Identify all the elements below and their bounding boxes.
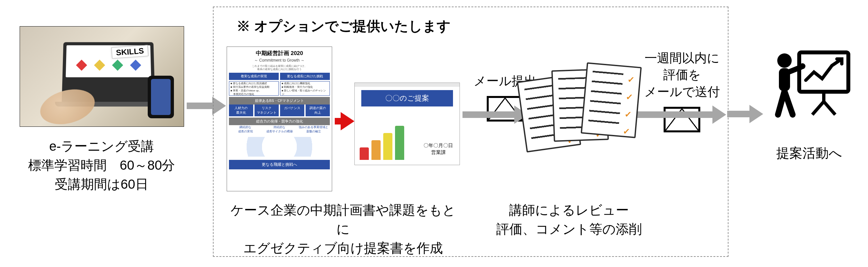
plan-bar-left: 着実な成長の実現: [229, 73, 279, 80]
plan-cycle-1: 継続的な 成長の実現: [229, 125, 262, 134]
option-caption-1-l2: エグゼクティブ向け提案書を作成: [227, 238, 459, 258]
mail-feedback-l3: メールで送付: [644, 85, 720, 99]
mail-feedback-label: 一週間以内に 評価を メールで送付: [639, 50, 724, 100]
mail-feedback-l2: 評価を: [663, 68, 701, 82]
proposal-date: 〇年〇月〇日 営業課: [424, 142, 453, 156]
plan-pill-2: リスク マネジメント: [254, 105, 279, 116]
svg-line-3: [824, 101, 835, 115]
plan-pill-3: ガバナンス: [280, 105, 304, 116]
phone-illustration: [148, 76, 174, 118]
plan-pill-1: 人材力の 最大化: [229, 105, 253, 116]
mail-feedback-l1: 一週間以内に: [645, 51, 720, 65]
option-title: ※ オプションでご提供いたします: [237, 17, 451, 35]
plan-bar-right: 更なる成長に向けた挑戦: [280, 73, 330, 80]
review-paper: ✓✓✓✓: [581, 62, 642, 138]
stage1-caption: e-ラーニング受講 標準学習時間 60～80分 受講期間は60日: [20, 137, 183, 194]
plan-title: 中期経営計画 2020: [227, 50, 332, 57]
arrow-right-icon: [463, 109, 528, 121]
option-caption-1: ケース企業の中期計画書や課題をもとに エグゼクティブ向け提案書を作成: [227, 201, 459, 258]
plan-lead: これまでの取り組みを確実に成長に結びつけ、 将来の着実な成長に向けた挑戦を行う: [231, 64, 328, 71]
presenter-icon: [767, 49, 851, 124]
proposal-title: 〇〇のご提案: [361, 90, 453, 107]
plan-footer: 更なる飛躍と挑戦へ: [229, 160, 330, 169]
arrow-right-red-icon: [335, 115, 354, 127]
option-caption-2-l1: 講師によるレビュー: [486, 201, 652, 219]
plan-cycle-2: 持続的な 成長サイクルの構築: [263, 125, 296, 134]
option-caption-2-l2: 評価、コメント等の添削: [486, 219, 652, 238]
plan-cycle-3: 強みのある事業領域と 基盤の確立: [297, 125, 330, 134]
proposal-date-line1: 〇年〇月〇日: [424, 143, 453, 148]
stage1-caption-line1: e-ラーニング受講: [20, 137, 183, 156]
final-caption: 提案活動へ: [760, 144, 858, 162]
elearning-photo: SKILLS: [20, 26, 184, 127]
plan-lead-2: 将来の着実な成長に向けた挑戦を行う: [257, 68, 302, 71]
svg-point-4: [777, 53, 792, 68]
plan-list-left: ■ 更なる成長に向けた投資継続 ■ 実行済み案件の着実な収益貢献 ■ 事業・資産…: [229, 81, 279, 96]
plan-graybar-2: 総合力の発揮・競争力の強化: [229, 118, 330, 125]
stage-elearning: SKILLS e-ラーニング受講 標準学習時間 60～80分 受講期間は60日: [20, 26, 183, 194]
proposal-slide: 〇〇のご提案 〇年〇月〇日 営業課: [354, 83, 460, 165]
plan-graybar-1: 規律あるBS・CFマネジメント: [229, 97, 330, 105]
proposal-date-line2: 営業課: [431, 149, 446, 155]
review-papers-icon: ✓✓✓✓ ✓✓✓✓ ✓✓✓✓: [522, 58, 633, 153]
plan-list-right: ■ 成長に向けた機能強化 ■ 戦略推進・実行力の強化 ■ 新しい領域・取り組みへ…: [280, 81, 330, 96]
stage1-caption-line3: 受講期間は60日: [20, 175, 183, 194]
svg-line-7: [784, 91, 793, 115]
option-caption-1-l1: ケース企業の中期計画書や課題をもとに: [227, 201, 459, 238]
stage1-caption-line2: 標準学習時間 60～80分: [20, 156, 183, 175]
plan-pill-4: 調達の質の 向上: [306, 105, 330, 116]
svg-point-9: [800, 63, 805, 69]
option-box: ※ オプションでご提供いたします 中期経営計画 2020 ～ Commitmen…: [213, 6, 728, 257]
midterm-plan-document: 中期経営計画 2020 ～ Commitment to Growth ～ これま…: [227, 47, 332, 191]
plan-subtitle: ～ Commitment to Growth ～: [227, 58, 332, 63]
plan-lead-1: これまでの取り組みを確実に成長に結びつけ、: [252, 64, 307, 67]
arrow-right-icon: [634, 109, 726, 121]
stage-final: 提案活動へ: [760, 49, 858, 162]
proposal-chart: [360, 124, 412, 160]
option-caption-2: 講師によるレビュー 評価、コメント等の添削: [486, 201, 652, 238]
plan-cycle-graphic: [237, 137, 322, 157]
svg-line-2: [812, 101, 824, 115]
arrow-right-icon: [727, 108, 763, 120]
skill-gems: [72, 59, 145, 72]
